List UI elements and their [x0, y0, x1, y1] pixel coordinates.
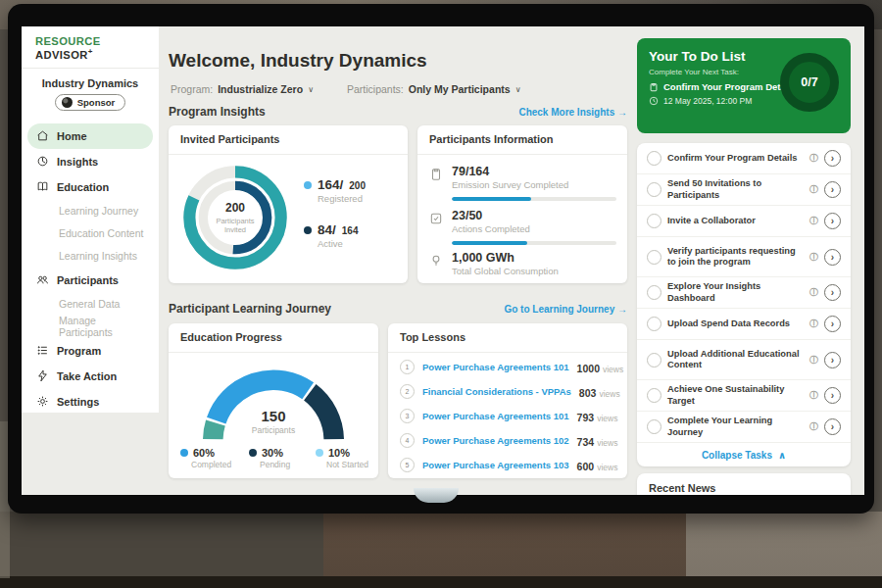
survey-icon — [429, 165, 443, 181]
task-label[interactable]: Invite a Collaborator — [667, 216, 804, 226]
card-title: Invited Participants — [169, 125, 408, 155]
lesson-views: 600 — [577, 461, 595, 472]
pending-dot-icon — [249, 449, 257, 457]
lesson-link[interactable]: Power Purchase Agreements 101 — [422, 411, 569, 421]
sidebar-item-participants[interactable]: Participants — [27, 268, 153, 293]
actions-icon — [429, 209, 443, 225]
active-total: 164 — [342, 225, 359, 236]
participants-filter[interactable]: Participants: Only My Participants ∨ — [347, 83, 521, 95]
task-row[interactable]: Achieve One Sustainability Target ⓘ › — [637, 380, 851, 412]
task-row[interactable]: Invite a Collaborator ⓘ › — [637, 206, 851, 237]
chevron-right-icon[interactable]: › — [824, 387, 841, 404]
sidebar-item-take-action[interactable]: Take Action — [27, 364, 153, 389]
task-row[interactable]: Explore Your Insights Dashboard ⓘ › — [637, 277, 851, 309]
task-checkbox[interactable] — [647, 419, 662, 434]
info-icon[interactable]: ⓘ — [809, 183, 818, 196]
brand-secondary: ADVISOR — [35, 49, 88, 61]
task-label[interactable]: Confirm Your Program Details — [667, 153, 804, 164]
sidebar-item-program[interactable]: Program — [27, 338, 153, 364]
info-icon[interactable]: ⓘ — [809, 215, 818, 227]
task-row[interactable]: Upload Spend Data Records ⓘ › — [637, 309, 851, 340]
settings-icon — [36, 395, 49, 408]
chevron-right-icon[interactable]: › — [824, 284, 841, 301]
lesson-link[interactable]: Power Purchase Agreements 102 — [422, 435, 569, 446]
task-label[interactable]: Upload Additional Educational Content — [667, 349, 804, 370]
task-label[interactable]: Achieve One Sustainability Target — [667, 384, 804, 406]
task-checkbox[interactable] — [647, 317, 662, 331]
consumption-label: Total Global Consumption — [452, 266, 559, 276]
chevron-right-icon[interactable]: › — [824, 150, 841, 167]
lesson-rank: 5 — [400, 458, 415, 472]
lesson-link[interactable]: Power Purchase Agreements 101 — [422, 362, 569, 372]
sidebar-item-home[interactable]: Home — [27, 123, 153, 149]
pending-label: Pending — [260, 460, 312, 469]
info-icon[interactable]: ⓘ — [809, 318, 818, 330]
program-filter[interactable]: Program: Industrialize Zero ∨ — [171, 83, 314, 95]
todo-summary-card: Your To Do List Complete Your Next Task:… — [637, 38, 851, 133]
lesson-link[interactable]: Financial Considerations - VPPAs — [422, 386, 571, 397]
survey-value: 79/164 — [452, 165, 616, 178]
lesson-link[interactable]: Power Purchase Agreements 103 — [422, 460, 569, 470]
task-row[interactable]: Upload Additional Educational Content ⓘ … — [637, 340, 851, 380]
task-label[interactable]: Send 50 Invitations to Participants — [667, 178, 804, 200]
sidebar-item-education-content[interactable]: Education Content — [27, 222, 153, 245]
task-checkbox[interactable] — [647, 388, 662, 403]
sidebar-item-education[interactable]: Education — [27, 174, 153, 200]
chevron-right-icon[interactable]: › — [824, 316, 841, 332]
not-started-label: Not Started — [326, 460, 378, 469]
check-more-insights-link[interactable]: Check More Insights → — [518, 107, 627, 118]
task-checkbox[interactable] — [647, 151, 662, 166]
active-value: 84/ — [318, 222, 336, 237]
chevron-right-icon[interactable]: › — [824, 249, 841, 266]
page-title: Welcome, Industry Dynamics — [169, 50, 427, 72]
sidebar-item-learning-insights[interactable]: Learning Insights — [27, 245, 153, 268]
task-row[interactable]: Complete Your Learning Journey ⓘ › — [637, 412, 851, 443]
sidebar-item-learning-journey[interactable]: Learning Journey — [27, 200, 153, 222]
completed-dot-icon — [180, 449, 188, 457]
brand-plus: + — [88, 47, 93, 56]
go-to-learning-journey-link[interactable]: Go to Learning Journey → — [504, 304, 627, 315]
lesson-row: 1 Power Purchase Agreements 101 1000view… — [388, 355, 627, 379]
task-row[interactable]: Send 50 Invitations to Participants ⓘ › — [637, 174, 851, 206]
sidebar-item-manage-participants[interactable]: Manage Participants — [27, 316, 153, 338]
task-label[interactable]: Explore Your Insights Dashboard — [667, 281, 804, 303]
chevron-right-icon[interactable]: › — [824, 352, 841, 368]
todo-progress-value: 0/7 — [801, 75, 817, 89]
task-label[interactable]: Upload Spend Data Records — [667, 318, 804, 329]
task-checkbox[interactable] — [647, 250, 662, 265]
lesson-rank: 3 — [400, 409, 415, 423]
chevron-right-icon[interactable]: › — [824, 418, 841, 435]
info-icon[interactable]: ⓘ — [809, 251, 818, 264]
task-row[interactable]: Confirm Your Program Details ⓘ › — [637, 143, 851, 174]
task-checkbox[interactable] — [647, 353, 662, 368]
info-icon[interactable]: ⓘ — [809, 286, 818, 299]
program-insights-title: Program Insights — [169, 105, 266, 119]
legend-pending: 30% Pending — [249, 447, 312, 469]
views-label: views — [599, 389, 619, 399]
sidebar-item-general-data[interactable]: General Data — [27, 293, 153, 316]
sidebar-item-label: Program — [57, 345, 101, 357]
education-progress-card: Education Progress 150 Participants 60% … — [169, 323, 378, 478]
sidebar-item-insights[interactable]: Insights — [27, 149, 153, 174]
dashboard-screen: RESOURCE ADVISOR+ Industry Dynamics Spon… — [22, 26, 864, 495]
todo-due-date: 12 May 2025, 12:00 PM — [663, 96, 752, 106]
chevron-right-icon[interactable]: › — [824, 181, 841, 198]
info-icon[interactable]: ⓘ — [809, 152, 818, 165]
info-icon[interactable]: ⓘ — [809, 389, 818, 402]
program-filter-label: Program: — [171, 83, 213, 95]
sidebar-item-settings[interactable]: Settings — [27, 389, 153, 415]
collapse-tasks-link[interactable]: Collapse Tasks ∧ — [637, 443, 851, 466]
task-label[interactable]: Complete Your Learning Journey — [667, 416, 804, 437]
task-label[interactable]: Verify participants requesting to join t… — [667, 246, 804, 268]
lesson-row: 5 Power Purchase Agreements 103 600views — [388, 453, 627, 477]
task-checkbox[interactable] — [647, 285, 662, 300]
task-checkbox[interactable] — [647, 214, 662, 228]
task-checkbox[interactable] — [647, 182, 662, 197]
info-icon[interactable]: ⓘ — [809, 354, 818, 367]
sidebar: RESOURCE ADVISOR+ Industry Dynamics Spon… — [22, 26, 159, 413]
task-row[interactable]: Verify participants requesting to join t… — [637, 237, 851, 277]
chevron-right-icon[interactable]: › — [824, 213, 841, 229]
todo-next-task: Confirm Your Program Details — [663, 81, 796, 92]
info-icon[interactable]: ⓘ — [809, 420, 818, 433]
lesson-rank: 1 — [400, 360, 415, 374]
